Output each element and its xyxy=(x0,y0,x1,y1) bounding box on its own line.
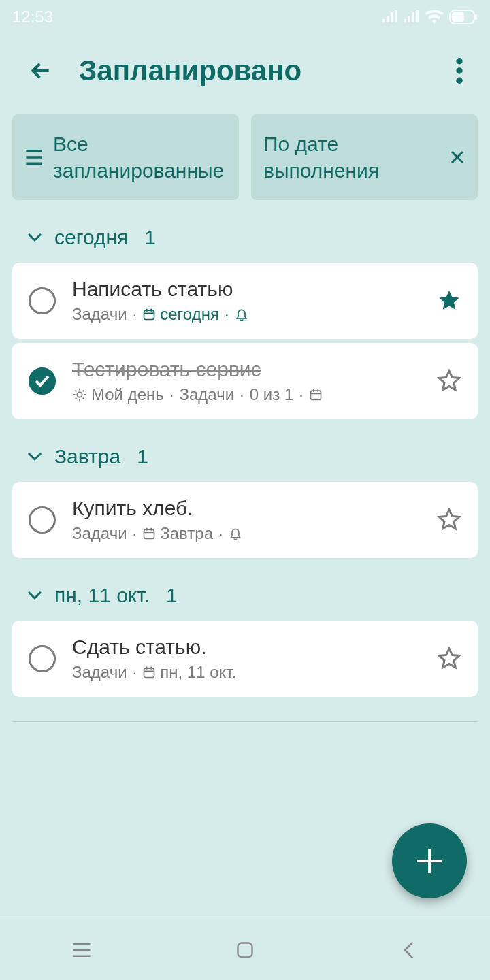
nav-home-button[interactable] xyxy=(231,936,259,964)
status-time: 12:53 xyxy=(12,7,53,27)
task-body: Купить хлеб. Задачи Завтра xyxy=(72,497,421,543)
status-bar: 12:53 xyxy=(0,0,490,34)
svg-rect-9 xyxy=(144,529,154,538)
star-button[interactable] xyxy=(437,508,461,532)
task-checkbox[interactable] xyxy=(29,645,56,672)
task-meta: Задачи сегодня xyxy=(72,305,421,324)
close-icon[interactable] xyxy=(449,149,466,165)
app-header: Запланировано xyxy=(0,34,490,114)
task-due: пн, 11 окт. xyxy=(160,663,236,682)
section-header-oct11[interactable]: пн, 11 окт. 1 xyxy=(0,558,490,621)
filter-label: Все запланированные xyxy=(53,131,227,184)
star-button[interactable] xyxy=(437,289,461,313)
svg-point-5 xyxy=(456,78,463,84)
section-label: сегодня xyxy=(54,226,128,249)
arrow-left-icon xyxy=(27,57,54,84)
menu-icon xyxy=(71,942,92,958)
square-icon xyxy=(235,941,255,960)
signal-icon xyxy=(403,10,419,24)
star-outline-icon xyxy=(437,508,461,532)
task-title: Тестировать сервис xyxy=(72,358,421,381)
status-indicators xyxy=(381,10,478,24)
svg-rect-2 xyxy=(475,14,477,20)
filter-by-due-date[interactable]: По дате выполнения xyxy=(251,114,478,200)
nav-back-button[interactable] xyxy=(395,936,422,964)
nav-recent-button[interactable] xyxy=(68,936,95,964)
section-label: пн, 11 окт. xyxy=(54,584,150,607)
task-checkbox-done[interactable] xyxy=(29,368,56,395)
task-row[interactable]: Написать статью Задачи сегодня xyxy=(12,263,478,339)
svg-point-7 xyxy=(77,392,82,397)
svg-rect-6 xyxy=(144,310,154,319)
page-title: Запланировано xyxy=(79,54,301,87)
task-title: Сдать статью. xyxy=(72,636,421,659)
calendar-icon xyxy=(309,388,323,402)
add-task-fab[interactable] xyxy=(392,823,467,898)
task-list-oct11: Сдать статью. Задачи пн, 11 окт. xyxy=(0,621,490,697)
task-row[interactable]: Сдать статью. Задачи пн, 11 окт. xyxy=(12,621,478,697)
calendar-icon xyxy=(142,308,156,321)
check-icon xyxy=(34,374,50,388)
star-outline-icon xyxy=(437,647,461,671)
filter-row: Все запланированные По дате выполнения xyxy=(0,114,490,200)
chevron-down-icon xyxy=(27,591,42,600)
bell-icon xyxy=(229,526,242,541)
star-filled-icon xyxy=(437,289,461,313)
myday-label: Мой день xyxy=(91,385,164,404)
more-menu-button[interactable] xyxy=(456,58,463,84)
chevron-left-icon xyxy=(402,941,414,960)
wifi-icon xyxy=(425,10,444,24)
task-title: Купить хлеб. xyxy=(72,497,421,520)
battery-icon xyxy=(449,10,478,24)
task-checkbox[interactable] xyxy=(29,287,56,314)
task-list-name: Задачи xyxy=(72,305,127,324)
section-count: 1 xyxy=(166,584,178,607)
task-meta: Задачи Завтра xyxy=(72,524,421,543)
svg-rect-8 xyxy=(310,391,321,399)
back-button[interactable] xyxy=(27,57,54,84)
calendar-icon xyxy=(142,666,156,679)
section-count: 1 xyxy=(137,445,148,468)
task-list-today: Написать статью Задачи сегодня Тестирова… xyxy=(0,263,490,419)
svg-rect-1 xyxy=(452,12,464,22)
star-outline-icon xyxy=(437,369,461,393)
filter-label: По дате выполнения xyxy=(263,131,440,184)
star-button[interactable] xyxy=(437,647,461,671)
filter-all-scheduled[interactable]: Все запланированные xyxy=(12,114,239,200)
task-title: Написать статью xyxy=(72,278,421,301)
section-header-tomorrow[interactable]: Завтра 1 xyxy=(0,419,490,482)
task-row[interactable]: Тестировать сервис Мой день Задачи 0 из … xyxy=(12,343,478,419)
task-checkbox[interactable] xyxy=(29,506,56,534)
task-list-name: Задачи xyxy=(72,663,127,682)
divider xyxy=(12,721,478,722)
task-body: Тестировать сервис Мой день Задачи 0 из … xyxy=(72,358,421,404)
star-button[interactable] xyxy=(437,369,461,393)
chevron-down-icon xyxy=(27,452,42,461)
svg-point-4 xyxy=(456,67,463,74)
bell-icon xyxy=(235,307,248,322)
sun-icon xyxy=(72,387,87,402)
section-label: Завтра xyxy=(54,445,120,468)
chevron-down-icon xyxy=(27,233,42,242)
svg-rect-10 xyxy=(144,668,154,677)
task-body: Написать статью Задачи сегодня xyxy=(72,278,421,324)
plus-icon xyxy=(413,845,446,877)
task-list-name: Задачи xyxy=(179,385,234,404)
system-nav-bar xyxy=(0,919,490,980)
task-body: Сдать статью. Задачи пн, 11 окт. xyxy=(72,636,421,682)
task-row[interactable]: Купить хлеб. Задачи Завтра xyxy=(12,482,478,558)
task-due: Завтра xyxy=(160,524,213,543)
signal-icon xyxy=(381,10,397,24)
task-progress: 0 из 1 xyxy=(250,385,293,404)
section-count: 1 xyxy=(144,226,156,249)
more-vertical-icon xyxy=(456,58,463,84)
task-meta: Задачи пн, 11 окт. xyxy=(72,663,421,682)
section-header-today[interactable]: сегодня 1 xyxy=(0,200,490,263)
task-list-name: Задачи xyxy=(72,524,127,543)
calendar-icon xyxy=(142,527,156,540)
task-list-tomorrow: Купить хлеб. Задачи Завтра xyxy=(0,482,490,558)
svg-point-3 xyxy=(456,58,463,65)
task-due: сегодня xyxy=(160,305,219,324)
task-meta: Мой день Задачи 0 из 1 xyxy=(72,385,421,404)
list-icon xyxy=(24,149,44,165)
